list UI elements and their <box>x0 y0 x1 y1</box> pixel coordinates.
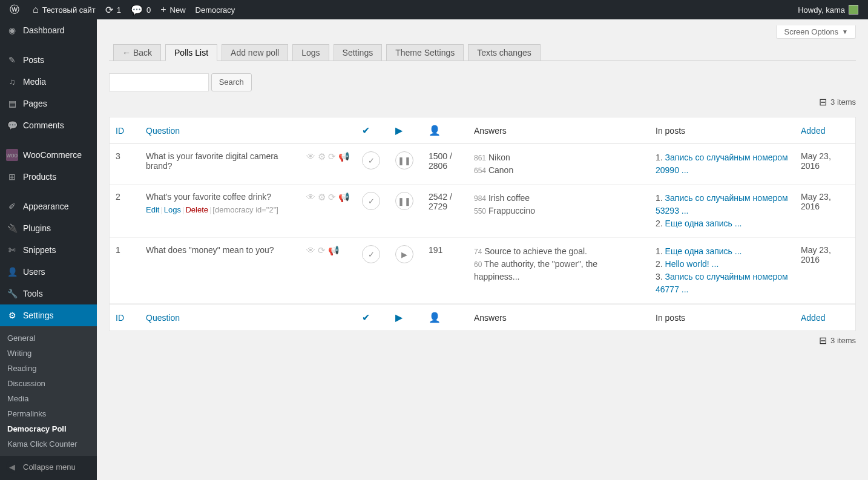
search-input[interactable] <box>109 73 209 91</box>
answer-text: Nikon <box>488 153 510 162</box>
tab-nav: ← Back Polls List Add new poll Logs Sett… <box>109 39 856 61</box>
polls-table: ID Question ✔ ▶ 👤 Answers In posts Added… <box>109 117 856 331</box>
menu-pages[interactable]: ▤Pages <box>0 93 97 114</box>
post-link[interactable]: Запись со случайным номером 53293 ... <box>656 193 788 215</box>
screen-options-label: Screen Options <box>784 27 838 36</box>
tab-settings[interactable]: Settings <box>334 44 383 61</box>
tab-texts-changes[interactable]: Texts changes <box>468 44 541 61</box>
status-icon: ⚙ <box>318 151 326 162</box>
col-id-foot[interactable]: ID <box>116 313 124 323</box>
dashboard-icon: ◉ <box>6 24 18 36</box>
tab-logs[interactable]: Logs <box>292 44 329 61</box>
answer-count: 654 <box>474 166 486 175</box>
menu-comments[interactable]: 💬Comments <box>0 114 97 136</box>
sub-discussion[interactable]: Discussion <box>0 376 97 380</box>
menu-plugins[interactable]: 🔌Plugins <box>0 217 97 239</box>
post-link[interactable]: Еще одна запись ... <box>665 219 742 228</box>
site-link[interactable]: ⌂Тестовый сайт <box>28 0 100 19</box>
answer-text: Frappuccino <box>488 206 535 215</box>
cell-answers: 984 Irish coffee550 Frappuccino <box>468 185 649 238</box>
site-title: Тестовый сайт <box>42 5 96 15</box>
menu-label: Appearance <box>23 202 69 211</box>
menu-settings[interactable]: ⚙Settings <box>0 304 97 326</box>
tab-theme-settings[interactable]: Theme Settings <box>386 44 464 61</box>
question-text[interactable]: What does "money" mean to you? <box>146 245 294 255</box>
comments-count: 0 <box>146 5 151 15</box>
cell-in-posts: 1. Запись со случайным номером 53293 ...… <box>649 185 795 238</box>
wp-logo[interactable]: ⓦ <box>5 0 28 19</box>
menu-media[interactable]: ♫Media <box>0 71 97 93</box>
cell-in-posts: 1. Запись со случайным номером 20990 ... <box>649 144 795 185</box>
edit-link[interactable]: Edit <box>146 205 159 214</box>
screen-options-toggle[interactable]: Screen Options ▼ <box>776 25 856 39</box>
user-icon[interactable]: 👤 <box>429 312 441 323</box>
activate-button[interactable]: ▶ <box>395 245 413 263</box>
new-link[interactable]: +New <box>156 0 190 19</box>
status-icon: ⚙ <box>318 192 326 203</box>
table-row: 1What does "money" mean to you?👁⟳📢✓▶1917… <box>110 238 855 304</box>
account-link[interactable]: Howdy, kama <box>793 0 863 19</box>
post-link[interactable]: Hello world! ... <box>665 259 719 269</box>
post-link[interactable]: Запись со случайным номером 20990 ... <box>656 153 788 175</box>
post-link[interactable]: Запись со случайным номером 46777 ... <box>656 272 788 294</box>
cell-play: ▶ <box>389 238 422 304</box>
close-poll-button[interactable]: ✓ <box>362 245 380 263</box>
sub-general[interactable]: General <box>0 330 97 346</box>
democracy-label: Democracy <box>196 5 235 15</box>
close-poll-button[interactable]: ✓ <box>362 151 380 169</box>
cell-votes: 1500 /2806 <box>422 144 468 185</box>
close-poll-button[interactable]: ✓ <box>362 192 380 210</box>
col-in-posts-foot: In posts <box>649 304 795 330</box>
sub-reading[interactable]: Reading <box>0 361 97 376</box>
tab-back[interactable]: ← Back <box>113 44 161 61</box>
menu-snippets[interactable]: ✄Snippets <box>0 239 97 261</box>
check-icon[interactable]: ✔ <box>362 312 370 323</box>
menu-products[interactable]: ⊞Products <box>0 166 97 188</box>
deactivate-button[interactable]: ❚❚ <box>395 192 413 210</box>
tab-polls-list[interactable]: Polls List <box>165 44 217 61</box>
delete-link[interactable]: Delete <box>185 205 208 214</box>
tab-add-new-poll[interactable]: Add new poll <box>222 44 288 61</box>
play-icon[interactable]: ▶ <box>395 312 403 323</box>
menu-label: Comments <box>23 120 64 130</box>
user-icon[interactable]: 👤 <box>429 125 441 136</box>
check-icon[interactable]: ✔ <box>362 125 370 136</box>
post-index: 1. <box>656 246 663 256</box>
sub-writing[interactable]: Writing <box>0 346 97 361</box>
col-answers-foot: Answers <box>468 304 649 330</box>
menu-appearance[interactable]: ✐Appearance <box>0 196 97 217</box>
menu-tools[interactable]: 🔧Tools <box>0 283 97 304</box>
question-text[interactable]: What's your favorite coffee drink? <box>146 192 294 202</box>
search-button[interactable]: Search <box>211 73 252 91</box>
question-text[interactable]: What is your favorite digital camera bra… <box>146 151 294 171</box>
user-icon: 👤 <box>6 266 18 278</box>
logs-link[interactable]: Logs <box>164 205 181 214</box>
new-label: New <box>170 5 186 15</box>
post-link[interactable]: Еще одна запись ... <box>665 246 742 256</box>
menu-label: Snippets <box>23 245 56 255</box>
menu-dashboard[interactable]: ◉Dashboard <box>0 19 97 41</box>
play-icon[interactable]: ▶ <box>395 125 403 136</box>
menu-label: WooCommerce <box>23 150 82 160</box>
cell-votes: 2542 /2729 <box>422 185 468 238</box>
menu-posts[interactable]: ✎Posts <box>0 49 97 71</box>
democracy-link[interactable]: Democracy <box>191 0 240 19</box>
updates-link[interactable]: ⟳1 <box>100 0 126 19</box>
chevron-down-icon: ▼ <box>842 28 848 35</box>
post-index: 2. <box>656 259 663 269</box>
cell-in-posts: 1. Еще одна запись ...2. Hello world! ..… <box>649 238 795 304</box>
menu-label: Settings <box>23 311 54 320</box>
deactivate-button[interactable]: ❚❚ <box>395 151 413 169</box>
cell-question: What's your favorite coffee drink?Edit|L… <box>140 185 300 238</box>
comments-link[interactable]: 💬0 <box>126 0 156 19</box>
status-icon: 📢 <box>338 192 350 203</box>
menu-label: Pages <box>23 99 47 108</box>
col-status <box>300 117 356 144</box>
menu-users[interactable]: 👤Users <box>0 261 97 283</box>
menu-woocommerce[interactable]: wooWooCommerce <box>0 144 97 166</box>
cell-answers: 74 Source to achieve the goal.60 The aut… <box>468 238 649 304</box>
col-question-foot[interactable]: Question <box>146 313 180 323</box>
tablenav-top: ⊟3 items <box>109 96 856 114</box>
col-added-foot[interactable]: Added <box>801 313 825 323</box>
status-icon: 👁 <box>306 192 315 203</box>
